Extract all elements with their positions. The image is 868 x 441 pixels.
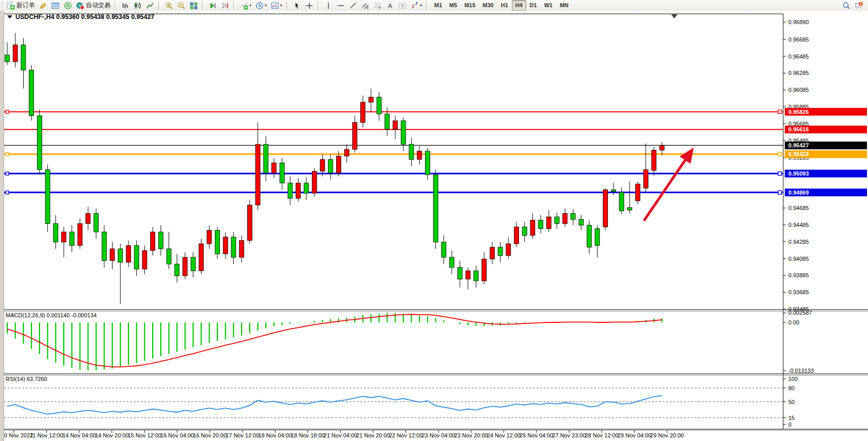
auto-scroll-button[interactable] [219, 0, 231, 11]
autotrade-button-label: 自动交易 [86, 1, 110, 10]
periods-button[interactable]: ▾ [253, 0, 269, 11]
crosshair-button[interactable] [303, 0, 316, 11]
publish-button[interactable] [37, 0, 49, 11]
line-anchor-handle[interactable] [778, 190, 782, 194]
tab-timeframe-m30[interactable]: M30 [479, 0, 497, 11]
tile-windows-icon [190, 2, 198, 10]
cursor-button[interactable] [291, 0, 303, 11]
candle [587, 220, 592, 254]
candlestick-chart-button[interactable] [132, 0, 144, 11]
price-tick-label: 0.93885 [788, 272, 809, 278]
candle-body [441, 242, 446, 258]
candle-body [450, 257, 454, 267]
tab-timeframe-m1[interactable]: M1 [431, 0, 446, 11]
time-axis-label: 18 Nov 04:00 [258, 432, 292, 438]
price-tick-label: 0.94485 [788, 222, 809, 228]
text-button[interactable]: A [384, 0, 396, 11]
candle [53, 215, 58, 249]
candle [344, 144, 349, 163]
chart-shift-icon [209, 2, 217, 10]
line-anchor-handle[interactable] [6, 110, 9, 113]
time-axis-label: 27 Nov 23:00 [552, 432, 586, 438]
auto-scroll-icon [221, 2, 229, 10]
tile-windows-button[interactable] [188, 0, 200, 11]
chevron-down-icon[interactable]: ▾ [249, 3, 251, 8]
tab-timeframe-m15[interactable]: M15 [461, 0, 479, 11]
tab-timeframe-d1[interactable]: D1 [526, 0, 541, 11]
templates-button[interactable]: ▾ [269, 0, 284, 11]
candle [215, 227, 219, 259]
trend-arrow-annotation[interactable] [644, 150, 692, 221]
line-anchor-handle[interactable] [6, 191, 9, 194]
time-axis-label: 21 Nov 20:00 [356, 432, 390, 438]
candle-body [231, 237, 236, 257]
toolbar-separator [158, 2, 161, 10]
tab-timeframe-m5[interactable]: M5 [446, 0, 460, 11]
candle [296, 178, 301, 202]
fibonacci-button[interactable]: F [372, 0, 384, 11]
price-line-badge-value: 0.95616 [788, 126, 809, 132]
time-axis-label: 10 Nov 2022 [1, 432, 33, 438]
line-anchor-handle[interactable] [778, 110, 782, 113]
tab-timeframe-mn[interactable]: MN [556, 0, 572, 11]
notifications-button[interactable]: 1 [853, 0, 865, 11]
candle [175, 254, 179, 283]
candle-body [296, 183, 301, 199]
indicators-button[interactable]: ▾ [238, 0, 253, 11]
candle-body [546, 217, 551, 228]
window-left-border [0, 11, 4, 441]
text-label-button[interactable]: T [396, 0, 409, 11]
price-tick-label: 0.96285 [788, 70, 809, 76]
price-line-badge-value: 0.95427 [788, 142, 809, 148]
chart-shift-button[interactable] [207, 0, 219, 11]
line-chart-button[interactable] [144, 0, 156, 11]
candle-body [368, 97, 373, 102]
time-axis-label: 14 Nov 20:00 [95, 432, 128, 438]
chevron-down-icon[interactable]: ▾ [420, 3, 422, 8]
bar-chart-button[interactable] [119, 0, 132, 11]
candle [361, 95, 365, 127]
chevron-down-icon[interactable]: ▾ [265, 3, 267, 8]
new-order-button[interactable]: 新订单 [5, 0, 37, 11]
toolbar-drag-handle[interactable] [1, 2, 3, 9]
arrows-button[interactable]: ▾ [409, 0, 424, 11]
rsi-tick-label: 80 [788, 385, 795, 391]
price-chart-canvas[interactable]: 0.968900.966850.964850.962850.960850.958… [0, 11, 868, 441]
zoom-out-button[interactable] [175, 0, 188, 11]
candle-body [118, 249, 123, 262]
equidistant-channel-button[interactable]: E [359, 0, 372, 11]
chart-shift-marker[interactable] [671, 14, 677, 18]
candle-body [223, 237, 228, 254]
autotrade-button[interactable]: 自动交易 [74, 0, 113, 11]
price-line-badge-value: 0.94869 [788, 189, 809, 196]
horizontal-line-button[interactable] [335, 0, 347, 11]
trendline-button[interactable] [347, 0, 359, 11]
candle [579, 215, 583, 231]
price-line-badge-value: 0.95093 [788, 170, 809, 177]
candle [304, 177, 309, 200]
candle [377, 92, 381, 121]
candle [425, 148, 430, 180]
candle-body [377, 97, 381, 114]
chevron-down-icon[interactable]: ▾ [280, 3, 282, 8]
time-axis-label: 17 Nov 12:00 [226, 432, 259, 438]
signals-button[interactable] [62, 0, 74, 11]
line-anchor-handle[interactable] [6, 172, 9, 175]
symbol-dropdown-icon[interactable] [7, 15, 12, 18]
macd-tick-label: 0.00 [788, 319, 799, 325]
tab-timeframe-h4[interactable]: H4 [512, 0, 526, 11]
vertical-line-button[interactable] [322, 0, 335, 11]
tab-timeframe-h1[interactable]: H1 [497, 0, 511, 11]
market-watch-button[interactable] [49, 0, 62, 11]
line-anchor-handle[interactable] [778, 152, 782, 156]
zoom-in-button[interactable] [163, 0, 175, 11]
text-icon: A [386, 2, 394, 10]
line-anchor-handle[interactable] [778, 172, 782, 176]
search-button[interactable] [840, 0, 853, 11]
time-axis-label: 21 Nov 04:00 [324, 432, 357, 438]
candle-body [272, 163, 276, 173]
tab-timeframe-w1[interactable]: W1 [541, 0, 557, 11]
candle-body [457, 267, 462, 279]
chart-window[interactable]: 0.968900.966850.964850.962850.960850.958… [0, 11, 868, 441]
line-anchor-handle[interactable] [6, 152, 9, 156]
